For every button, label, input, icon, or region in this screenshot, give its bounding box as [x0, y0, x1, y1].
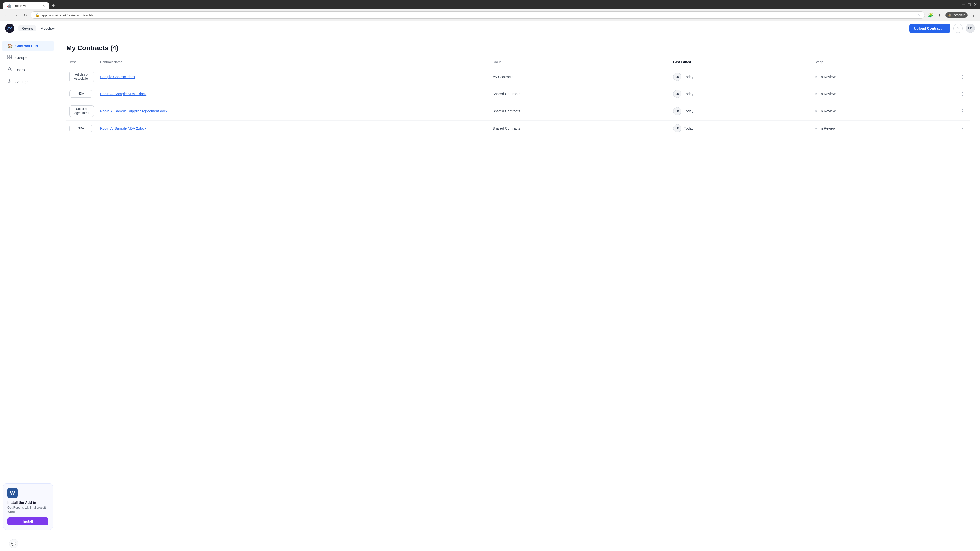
group-text: Shared Contracts: [492, 126, 520, 130]
address-text: app.robinai.co.uk/review/contract-hub: [41, 13, 915, 17]
sort-icon: ↑: [692, 60, 694, 64]
group-cell: Shared Contracts: [489, 102, 670, 121]
avatar: LD: [673, 73, 681, 81]
type-badge: NDA: [69, 125, 92, 132]
table-row: NDA Robin AI Sample NDA 2.docx Shared Co…: [66, 121, 970, 136]
type-badge: Articles of Association: [69, 71, 94, 83]
edited-date: Today: [684, 109, 694, 113]
help-button[interactable]: ?: [953, 24, 963, 33]
more-options-button[interactable]: ⋮: [958, 73, 967, 81]
stage-cell: ✏ In Review: [811, 121, 955, 136]
sidebar-item-contract-hub[interactable]: 🏠 Contract Hub: [2, 41, 54, 51]
table-row: Supplier Agreement Robin AI Sample Suppl…: [66, 102, 970, 121]
edit-icon: ✏: [815, 92, 818, 96]
type-cell: NDA: [66, 86, 97, 102]
address-bar[interactable]: 🔒 app.robinai.co.uk/review/contract-hub …: [30, 11, 925, 19]
group-text: My Contracts: [492, 75, 513, 79]
menu-button[interactable]: ⋮: [970, 11, 977, 19]
more-options-button[interactable]: ⋮: [958, 124, 967, 132]
sidebar-label-users: Users: [15, 68, 25, 72]
review-badge: Review: [18, 25, 36, 32]
download-button[interactable]: ⬇: [936, 11, 943, 19]
addin-title: Install the Add-in: [7, 500, 48, 505]
sidebar-label-settings: Settings: [15, 80, 28, 84]
stage-text: In Review: [820, 109, 835, 113]
svg-point-1: [9, 27, 11, 28]
type-cell: NDA: [66, 121, 97, 136]
sidebar-item-groups[interactable]: Groups: [2, 52, 54, 63]
tab-favicon: 🤖: [7, 4, 11, 8]
reload-button[interactable]: ↻: [21, 11, 29, 19]
table-row: NDA Robin AI Sample NDA 1.docx Shared Co…: [66, 86, 970, 102]
upload-icon: ↑: [944, 26, 946, 30]
contract-link[interactable]: Sample Contract.docx: [100, 75, 135, 79]
group-cell: Shared Contracts: [489, 86, 670, 102]
more-options-button[interactable]: ⋮: [958, 90, 967, 98]
sidebar-label-contract-hub: Contract Hub: [15, 44, 38, 48]
group-text: Shared Contracts: [492, 109, 520, 113]
sidebar: 🏠 Contract Hub Groups Users: [0, 36, 56, 551]
stage-cell: ✏ In Review: [811, 86, 955, 102]
more-options-button[interactable]: ⋮: [958, 107, 967, 115]
avatar: LD: [673, 124, 681, 132]
type-badge: NDA: [69, 90, 92, 98]
table-row: Articles of Association Sample Contract.…: [66, 67, 970, 86]
contract-link[interactable]: Robin AI Sample NDA 2.docx: [100, 126, 146, 130]
feedback-button[interactable]: 💬: [9, 539, 18, 548]
col-stage: Stage: [811, 58, 955, 67]
more-cell: ⋮: [955, 67, 970, 86]
extensions-button[interactable]: 🧩: [927, 11, 934, 19]
more-cell: ⋮: [955, 102, 970, 121]
svg-rect-2: [8, 55, 10, 57]
edited-date: Today: [684, 92, 694, 96]
incognito-icon: 🕵: [948, 13, 952, 17]
col-type: Type: [66, 58, 97, 67]
close-button[interactable]: ✕: [974, 2, 977, 7]
tab-close-btn[interactable]: ✕: [42, 4, 45, 8]
contract-name-cell: Sample Contract.docx: [97, 67, 489, 86]
maximize-button[interactable]: □: [968, 2, 970, 7]
svg-rect-3: [10, 55, 12, 57]
avatar: LD: [673, 107, 681, 115]
new-tab-button[interactable]: +: [50, 2, 57, 10]
svg-rect-5: [10, 57, 12, 59]
stage-text: In Review: [820, 92, 835, 96]
group-cell: Shared Contracts: [489, 121, 670, 136]
svg-rect-4: [8, 57, 10, 59]
last-edited-cell: LD Today: [670, 67, 811, 86]
upload-contract-button[interactable]: Upload Contract ↑: [909, 24, 950, 33]
back-button[interactable]: ←: [3, 11, 10, 19]
browser-tab[interactable]: 🤖 Robin AI ✕: [3, 2, 49, 10]
svg-point-7: [9, 81, 11, 82]
install-button[interactable]: Install: [7, 517, 48, 526]
stage-cell: ✏ In Review: [811, 67, 955, 86]
bookmark-icon[interactable]: ☆: [917, 13, 921, 17]
group-text: Shared Contracts: [492, 92, 520, 96]
sidebar-item-users[interactable]: Users: [2, 64, 54, 75]
user-avatar[interactable]: LD: [966, 24, 975, 33]
edited-date: Today: [684, 126, 694, 130]
contract-link[interactable]: Robin AI Sample Supplier Agreement.docx: [100, 109, 168, 113]
stage-cell: ✏ In Review: [811, 102, 955, 121]
more-cell: ⋮: [955, 121, 970, 136]
home-icon: 🏠: [7, 43, 12, 49]
contract-name-cell: Robin AI Sample NDA 2.docx: [97, 121, 489, 136]
minimize-button[interactable]: ─: [962, 2, 965, 7]
contract-name-cell: Robin AI Sample Supplier Agreement.docx: [97, 102, 489, 121]
tab-title: Robin AI: [14, 4, 26, 8]
contract-link[interactable]: Robin AI Sample NDA 1.docx: [100, 92, 146, 96]
stage-text: In Review: [820, 75, 835, 79]
help-icon: ?: [957, 26, 959, 30]
more-cell: ⋮: [955, 86, 970, 102]
users-icon: [7, 67, 12, 73]
word-icon: W: [7, 488, 18, 498]
edit-icon: ✏: [815, 75, 818, 79]
main-content: My Contracts (4) Type Contract Name Grou…: [56, 36, 980, 551]
type-cell: Articles of Association: [66, 67, 97, 86]
sidebar-item-settings[interactable]: Settings: [2, 76, 54, 87]
addin-card: W Install the Add-in Get Reports within …: [3, 483, 53, 530]
group-cell: My Contracts: [489, 67, 670, 86]
forward-button[interactable]: →: [12, 11, 19, 19]
col-last-edited[interactable]: Last Edited ↑: [670, 58, 811, 67]
stage-text: In Review: [820, 126, 835, 130]
